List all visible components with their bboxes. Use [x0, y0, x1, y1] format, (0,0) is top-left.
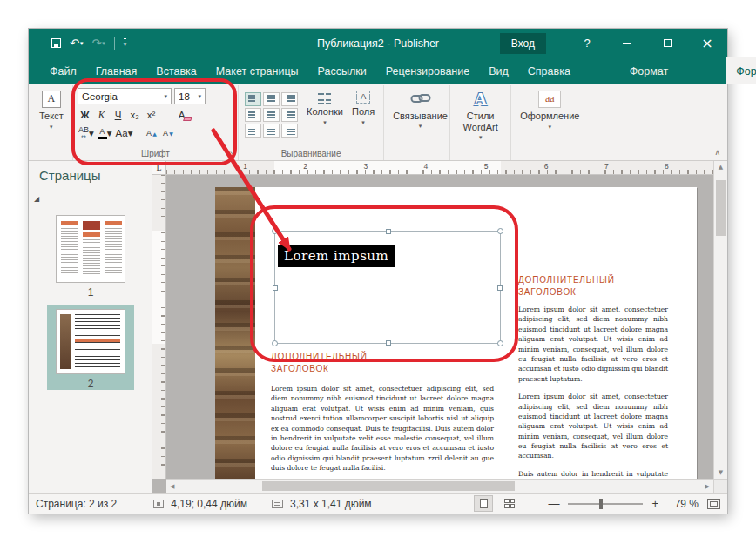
- tab-file[interactable]: Файл: [40, 57, 86, 84]
- font-size-combo[interactable]: 18▾: [174, 88, 206, 104]
- tab-help[interactable]: Справка: [518, 57, 580, 84]
- tab-format-active[interactable]: Формат: [726, 57, 756, 84]
- sign-in-button[interactable]: Вход: [500, 33, 546, 54]
- linking-button[interactable]: Связывание ▾: [388, 88, 452, 130]
- horizontal-scroll-thumb[interactable]: [262, 481, 515, 491]
- zoom-slider[interactable]: [568, 503, 643, 505]
- underline-button[interactable]: Ч: [111, 107, 125, 123]
- scroll-up-button[interactable]: ▲: [714, 164, 727, 171]
- align-middle-center-button[interactable]: [263, 108, 280, 122]
- font-name-combo[interactable]: Georgia▾: [78, 88, 172, 104]
- selection-handle-top-left[interactable]: [272, 228, 278, 234]
- left-column-body[interactable]: Lorem ipsum dolor sit amet, consectetuer…: [271, 384, 494, 473]
- clear-formatting-button[interactable]: А: [174, 107, 189, 123]
- align-bottom-left-button[interactable]: [245, 124, 261, 138]
- two-page-view-button[interactable]: [501, 496, 518, 511]
- align-middle-left-button[interactable]: [245, 108, 261, 122]
- grow-font-button[interactable]: А▲: [144, 125, 159, 141]
- typography-button[interactable]: аа Оформление ▾: [516, 88, 584, 131]
- wordart-styles-button[interactable]: А Стили WordArt ▾: [455, 88, 506, 141]
- align-bottom-right-button[interactable]: [281, 124, 298, 138]
- status-object-size[interactable]: 3,31 x 1,41 дюйм: [290, 498, 372, 510]
- page1-thumbnail[interactable]: [56, 215, 125, 283]
- selection-handle-middle-right[interactable]: [497, 285, 503, 291]
- bold-button[interactable]: Ж: [78, 107, 92, 123]
- selected-text-highlight[interactable]: Lorem impsum: [278, 245, 395, 267]
- fit-page-button[interactable]: [707, 499, 720, 509]
- zoom-in-button[interactable]: +: [651, 497, 658, 510]
- save-button[interactable]: [51, 38, 61, 48]
- redo-button[interactable]: ↷▾: [91, 37, 105, 50]
- shrink-font-button[interactable]: А▼: [160, 125, 175, 141]
- selection-handle-top-center[interactable]: [386, 229, 391, 234]
- spacing-arrows-icon: ↔: [81, 134, 86, 140]
- customize-qat-button[interactable]: ▾: [124, 38, 127, 48]
- undo-button[interactable]: ↶▾: [70, 37, 83, 50]
- selection-handle-bottom-left[interactable]: [272, 340, 278, 346]
- tab-format-contextual[interactable]: Формат: [620, 57, 678, 84]
- tab-review[interactable]: Рецензирование: [376, 57, 480, 84]
- columns-button[interactable]: Колонки ▾: [302, 88, 348, 126]
- publication-page[interactable]: Lorem impsum ДОПОЛНИТЕЛЬНЫЙ ЗАГОЛОВОК Lo…: [215, 187, 697, 479]
- horizontal-scrollbar[interactable]: ◀ ▶: [166, 479, 713, 493]
- font-color-button[interactable]: А ▾: [97, 125, 113, 141]
- shrink-arrow-icon: ▼: [169, 131, 173, 137]
- subscript-button[interactable]: x₂: [127, 107, 142, 123]
- align-top-left-button[interactable]: [245, 92, 261, 106]
- align-top-right-button[interactable]: [281, 92, 298, 106]
- change-case-button[interactable]: Aa ▾: [115, 125, 134, 141]
- margins-caret-icon: ▾: [361, 119, 365, 126]
- bookshelf-photo[interactable]: [215, 187, 255, 479]
- close-button[interactable]: ×: [687, 29, 727, 57]
- italic-button[interactable]: К: [94, 107, 109, 123]
- font-color-letter: А: [99, 128, 105, 136]
- scroll-down-button[interactable]: ▼: [714, 469, 727, 476]
- zoom-out-button[interactable]: —: [548, 497, 559, 510]
- help-button[interactable]: ?: [567, 29, 607, 57]
- left-column-heading[interactable]: ДОПОЛНИТЕЛЬНЫЙ ЗАГОЛОВОК: [271, 351, 410, 375]
- vertical-ruler[interactable]: [152, 175, 166, 479]
- text-button[interactable]: А Текст ▾: [35, 88, 68, 131]
- page2-thumbnail[interactable]: [56, 309, 125, 374]
- tab-view[interactable]: Вид: [479, 57, 518, 84]
- status-page-indicator[interactable]: Страница: 2 из 2: [36, 498, 117, 510]
- zoom-value[interactable]: 79 %: [667, 498, 699, 510]
- single-page-view-button[interactable]: [475, 496, 492, 511]
- document-canvas: L 1 2 3 4 5 6 7 8 Lorem impsum: [152, 161, 727, 493]
- horizontal-ruler[interactable]: 1 2 3 4 5 6 7 8: [166, 161, 713, 175]
- selection-handle-bottom-right[interactable]: [497, 340, 503, 346]
- columns-label: Колонки: [307, 106, 343, 118]
- scroll-right-button[interactable]: ▶: [705, 480, 710, 493]
- tab-insert[interactable]: Вставка: [146, 57, 206, 84]
- character-spacing-button[interactable]: АВ↔ ▾: [78, 125, 95, 141]
- superscript-button[interactable]: x²: [144, 107, 159, 123]
- tab-mailings[interactable]: Рассылки: [308, 57, 376, 84]
- titlebar: ↶▾ ↷▾ ▾ Публикация2 - Publisher Вход ? ×: [29, 29, 727, 57]
- typography-caret-icon: ▾: [549, 124, 552, 131]
- maximize-button[interactable]: [647, 29, 687, 57]
- align-bottom-center-button[interactable]: [263, 124, 280, 138]
- minimize-button[interactable]: [607, 29, 647, 57]
- selection-handle-top-right[interactable]: [497, 228, 503, 234]
- align-middle-right-button[interactable]: [281, 108, 298, 122]
- ruler-number: 3: [363, 162, 368, 171]
- vertical-scrollbar[interactable]: ▲ ▼: [713, 161, 727, 479]
- scroll-left-button[interactable]: ◀: [170, 480, 174, 493]
- vertical-scroll-thumb[interactable]: [716, 180, 726, 236]
- selected-textbox[interactable]: Lorem impsum: [274, 231, 501, 344]
- status-object-position[interactable]: 4,19; 0,44 дюйм: [171, 498, 247, 510]
- ruler-numbers: 1 2 3 4 5 6 7 8: [215, 161, 697, 171]
- statusbar-left: Страница: 2 из 2 4,19; 0,44 дюйм 3,31 x …: [36, 498, 372, 510]
- right-column[interactable]: ДОПОЛНИТЕЛЬНЫЙ ЗАГОЛОВОК Lorem ipsum dol…: [518, 274, 668, 479]
- selection-handle-bottom-center[interactable]: [386, 340, 391, 346]
- pages-panel-collapse-icon[interactable]: ◢: [34, 195, 39, 203]
- align-top-center-button[interactable]: [263, 92, 280, 106]
- collapse-ribbon-button[interactable]: ∧: [714, 148, 720, 157]
- tab-home[interactable]: Главная: [86, 57, 147, 84]
- ruler-corner-tab-selector[interactable]: L: [152, 161, 166, 175]
- tab-page-design[interactable]: Макет страницы: [206, 57, 308, 84]
- selection-handle-middle-left[interactable]: [273, 285, 278, 291]
- zoom-slider-thumb[interactable]: [599, 499, 603, 509]
- font-dialog-launcher[interactable]: ↘: [229, 151, 235, 158]
- margins-button[interactable]: А Поля ▾: [348, 88, 379, 126]
